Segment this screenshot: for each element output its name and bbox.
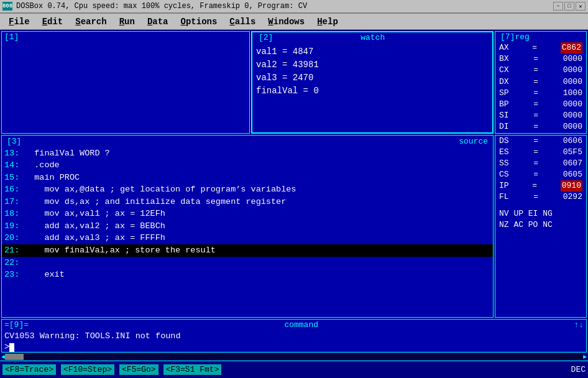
source-line-15: 15: main PROC bbox=[2, 172, 493, 184]
status-bar: <F8=Trace> <F10=Step> <F5=Go> <F3=S1 Fmt… bbox=[0, 361, 588, 378]
panel3-title: source bbox=[456, 136, 490, 147]
source-line-14: 14: .code bbox=[2, 159, 493, 172]
source-line-21: 21: mov finalVal,ax ; store the result bbox=[2, 244, 493, 257]
panel9-prompt: > bbox=[2, 342, 586, 352]
reg-bp: BP= 0000 bbox=[498, 99, 584, 110]
reg-ss: SS= 0607 bbox=[498, 158, 584, 169]
f3-key[interactable]: <F3=S1 Fmt> bbox=[163, 364, 222, 375]
status-f8[interactable]: <F8=Trace> bbox=[2, 364, 56, 375]
reg-sp: SP= 1000 bbox=[498, 88, 584, 99]
scroll-track[interactable] bbox=[5, 354, 583, 360]
panel9-warning: CV1053 Warning: TOOLS.INI not found bbox=[2, 330, 586, 342]
panel9-title: command bbox=[29, 320, 574, 330]
scroll-thumb[interactable] bbox=[5, 354, 24, 360]
panel7-label: [7]reg bbox=[498, 32, 584, 42]
reg-bx: BX= 0000 bbox=[498, 53, 584, 65]
top-panels-row: [1] [2] watch val1 = 4847 val2 = 43981 v… bbox=[0, 30, 588, 134]
status-f3[interactable]: <F3=S1 Fmt> bbox=[163, 364, 222, 375]
watch-line-2: val2 = 43981 bbox=[256, 58, 489, 71]
source-line-22: 22: bbox=[2, 257, 493, 269]
scroll-right-arrow[interactable]: ► bbox=[583, 354, 587, 361]
menu-edit[interactable]: Edit bbox=[36, 16, 70, 28]
close-button[interactable]: ✕ bbox=[576, 2, 586, 11]
menu-run[interactable]: Run bbox=[113, 16, 141, 28]
menu-bar: File Edit Search Run Data Options Calls … bbox=[0, 14, 588, 30]
panel1: [1] bbox=[1, 31, 250, 134]
middle-row: [3] source 13: finalVal WORD ? 14: .code… bbox=[0, 134, 588, 319]
source-line-13: 13: finalVal WORD ? bbox=[2, 147, 493, 160]
panel9-scroll-indicator: ↑↓ bbox=[574, 320, 584, 330]
status-f5[interactable]: <F5=Go> bbox=[119, 364, 158, 375]
panel3-source: [3] source 13: finalVal WORD ? 14: .code… bbox=[1, 135, 494, 318]
maximize-button[interactable]: □ bbox=[564, 2, 574, 11]
status-keys: <F8=Trace> <F10=Step> <F5=Go> <F3=S1 Fmt… bbox=[2, 364, 226, 375]
reg-cs: CS= 0605 bbox=[498, 169, 584, 180]
source-line-17: 17: mov ds,ax ; and initialize data segm… bbox=[2, 196, 493, 208]
reg-fl: FL= 0292 bbox=[498, 191, 584, 203]
dosbox-icon: 808 bbox=[2, 2, 12, 11]
reg-ax-value: C862 bbox=[561, 42, 582, 53]
menu-search[interactable]: Search bbox=[69, 16, 113, 28]
flags-line-1: NV UP EI NG bbox=[498, 208, 584, 219]
watch-line-4: finalVal = 0 bbox=[256, 85, 489, 98]
menu-calls[interactable]: Calls bbox=[223, 16, 262, 28]
panel9-label: =[9]= bbox=[4, 320, 29, 330]
panel7-registers-bottom: DS= 0606 ES= 05F5 SS= 0607 CS= 0605 IP= bbox=[495, 135, 587, 318]
reg-es: ES= 05F5 bbox=[498, 147, 584, 158]
reg-dx: DX= 0000 bbox=[498, 76, 584, 88]
panel2-header: [2] watch bbox=[256, 32, 489, 43]
panel3-label: [3] bbox=[4, 136, 24, 147]
panel9-header: =[9]= command ↑↓ bbox=[2, 320, 586, 330]
panel2-watch: [2] watch val1 = 4847 val2 = 43981 val3 … bbox=[251, 31, 494, 134]
source-line-18: 18: mov ax,val1 ; ax = 12EFh bbox=[2, 208, 493, 220]
cursor bbox=[9, 343, 14, 352]
flags-line-2: NZ AC PO NC bbox=[498, 219, 584, 231]
panel2-title: watch bbox=[358, 32, 387, 43]
panel3-header: [3] source bbox=[2, 136, 493, 147]
reg-ip: IP= 0910 bbox=[498, 180, 584, 191]
panel1-label: [1] bbox=[2, 32, 21, 42]
watch-line-1: val1 = 4847 bbox=[256, 45, 489, 58]
status-f10[interactable]: <F10=Step> bbox=[61, 364, 114, 375]
menu-file[interactable]: File bbox=[2, 16, 36, 28]
panel9-command: =[9]= command ↑↓ CV1053 Warning: TOOLS.I… bbox=[1, 319, 587, 353]
watch-line-3: val3 = 2470 bbox=[256, 71, 489, 85]
f8-key[interactable]: <F8=Trace> bbox=[2, 364, 56, 375]
reg-ax: AX = C862 bbox=[498, 42, 584, 53]
reg-cx: CX= 0000 bbox=[498, 65, 584, 76]
title-text: DOSBox 0.74, Cpu speed: max 100% cycles,… bbox=[16, 2, 307, 11]
menu-options[interactable]: Options bbox=[175, 16, 224, 28]
panel2-label: [2] bbox=[256, 32, 275, 43]
menu-data[interactable]: Data bbox=[141, 16, 175, 28]
source-line-16: 16: mov ax,@data ; get location of progr… bbox=[2, 183, 493, 196]
title-bar-left: 808 DOSBox 0.74, Cpu speed: max 100% cyc… bbox=[2, 2, 307, 11]
f5-key[interactable]: <F5=Go> bbox=[119, 364, 158, 375]
horizontal-scrollbar[interactable]: ◄ ► bbox=[1, 353, 587, 361]
menu-windows[interactable]: Windows bbox=[262, 16, 311, 28]
minimize-button[interactable]: – bbox=[553, 2, 563, 11]
reg-ds: DS= 0606 bbox=[498, 136, 584, 147]
title-bar: 808 DOSBox 0.74, Cpu speed: max 100% cyc… bbox=[0, 0, 588, 14]
panel7-registers: [7]reg AX = C862 BX= 0000 CX= 0000 DX= 0… bbox=[495, 31, 587, 134]
source-line-19: 19: add ax,val2 ; ax = BEBCh bbox=[2, 220, 493, 233]
content-area: [1] [2] watch val1 = 4847 val2 = 43981 v… bbox=[0, 30, 588, 378]
title-buttons: – □ ✕ bbox=[553, 2, 586, 11]
f10-key[interactable]: <F10=Step> bbox=[61, 364, 114, 375]
reg-si: SI= 0000 bbox=[498, 110, 584, 121]
reg-di: DI= 0000 bbox=[498, 121, 584, 132]
menu-help[interactable]: Help bbox=[311, 16, 344, 28]
source-line-20: 20: add ax,val3 ; ax = FFFFh bbox=[2, 232, 493, 244]
source-line-23: 23: exit bbox=[2, 269, 493, 281]
dec-indicator: DEC bbox=[571, 365, 586, 374]
